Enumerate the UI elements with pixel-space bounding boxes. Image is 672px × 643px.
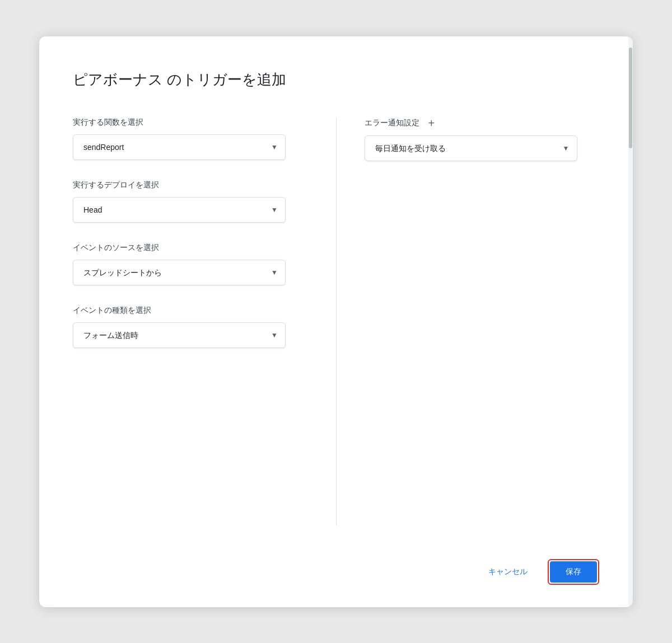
- event-type-label: イベントの種類を選択: [73, 306, 308, 316]
- error-notification-field-group: エラー通知設定 + 毎日通知を受け取る ▼: [365, 118, 600, 161]
- deploy-label: 実行するデプロイを選択: [73, 180, 308, 190]
- dialog-content: ピアボーナス のトリガーを追加 実行する関数を選択 sendReport ▼ 実…: [39, 36, 633, 548]
- deploy-field-group: 実行するデプロイを選択 Head ▼: [73, 180, 308, 223]
- main-area: 実行する関数を選択 sendReport ▼ 実行するデプロイを選択 Head: [73, 118, 599, 525]
- event-source-label: イベントのソースを選択: [73, 243, 308, 253]
- function-select-wrapper: sendReport ▼: [73, 134, 286, 160]
- function-field-group: 実行する関数を選択 sendReport ▼: [73, 118, 308, 160]
- add-notification-button[interactable]: +: [428, 118, 435, 129]
- event-source-select-wrapper: スプレッドシートから ▼: [73, 260, 286, 285]
- event-source-field-group: イベントのソースを選択 スプレッドシートから ▼: [73, 243, 308, 285]
- deploy-select-wrapper: Head ▼: [73, 197, 286, 223]
- error-notification-label: エラー通知設定: [365, 118, 419, 128]
- right-panel: エラー通知設定 + 毎日通知を受け取る ▼: [337, 118, 600, 525]
- event-type-select[interactable]: フォーム送信時: [73, 322, 286, 348]
- save-button[interactable]: 保存: [550, 561, 597, 583]
- event-type-select-wrapper: フォーム送信時 ▼: [73, 322, 286, 348]
- function-label: 実行する関数を選択: [73, 118, 308, 128]
- function-select[interactable]: sendReport: [73, 134, 286, 160]
- dialog: ピアボーナス のトリガーを追加 実行する関数を選択 sendReport ▼ 実…: [39, 36, 633, 607]
- notification-select[interactable]: 毎日通知を受け取る: [365, 135, 577, 161]
- error-notification-header: エラー通知設定 +: [365, 118, 600, 129]
- scrollbar[interactable]: [628, 36, 633, 607]
- cancel-button[interactable]: キャンセル: [479, 561, 536, 583]
- deploy-select[interactable]: Head: [73, 197, 286, 223]
- save-button-wrapper: 保存: [548, 559, 599, 585]
- dialog-footer: キャンセル 保存: [39, 548, 633, 607]
- event-source-select[interactable]: スプレッドシートから: [73, 260, 286, 285]
- left-panel: 実行する関数を選択 sendReport ▼ 実行するデプロイを選択 Head: [73, 118, 337, 525]
- event-type-field-group: イベントの種類を選択 フォーム送信時 ▼: [73, 306, 308, 348]
- notification-select-wrapper: 毎日通知を受け取る ▼: [365, 135, 577, 161]
- scrollbar-thumb: [629, 48, 632, 148]
- dialog-title: ピアボーナス のトリガーを追加: [73, 70, 599, 90]
